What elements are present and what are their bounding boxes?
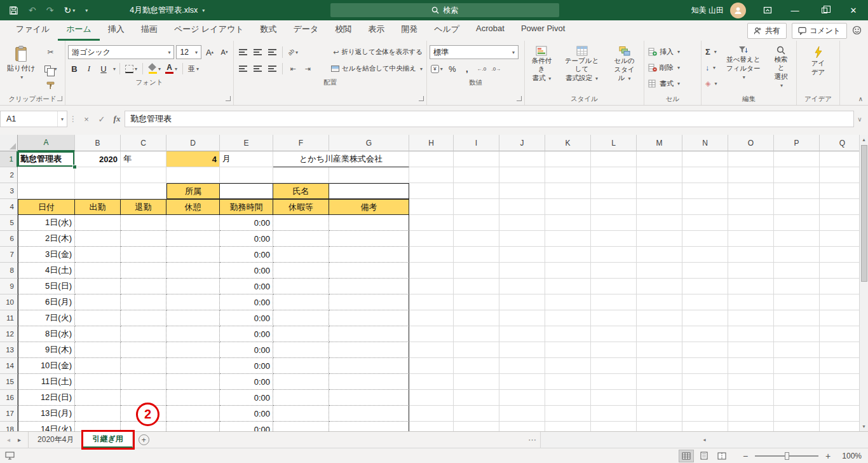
prev-sheet-arrow[interactable]: ◂ <box>7 436 10 443</box>
vertical-scroll-thumb[interactable] <box>861 145 867 282</box>
ribbon-tab-Acrobat[interactable]: Acrobat <box>468 19 513 41</box>
column-header-G[interactable]: G <box>329 135 409 151</box>
cell-G4[interactable]: 備考 <box>329 199 409 215</box>
cell-K13[interactable] <box>545 342 591 358</box>
conditional-formatting-button[interactable]: 条件付き 書式 ▾ <box>527 44 556 84</box>
cell-N15[interactable] <box>682 374 728 390</box>
column-header-N[interactable]: N <box>682 135 728 151</box>
column-header-Q[interactable]: Q <box>820 135 859 151</box>
vertical-scrollbar[interactable]: ▴ ▾ <box>859 135 868 431</box>
cell-I11[interactable] <box>454 310 499 326</box>
cell-F11[interactable] <box>273 310 329 326</box>
align-middle-button[interactable] <box>251 45 264 59</box>
cell-B18[interactable] <box>75 422 121 431</box>
name-box[interactable]: A1 ▾ <box>0 111 67 127</box>
cell-E13[interactable]: 0:00 <box>220 342 273 358</box>
cell-E16[interactable]: 0:00 <box>220 390 273 406</box>
row-header-5[interactable]: 5 <box>0 215 18 231</box>
cell-K9[interactable] <box>545 279 591 294</box>
document-title[interactable]: 4月勤怠管理表.xlsx▾ <box>130 5 205 16</box>
cell-O16[interactable] <box>728 390 774 406</box>
cell-F8[interactable] <box>273 263 329 279</box>
cell-H14[interactable] <box>409 358 454 374</box>
cell-B11[interactable] <box>75 310 121 326</box>
cell-L16[interactable] <box>591 390 637 406</box>
cell-J18[interactable] <box>499 422 545 431</box>
cell-E6[interactable]: 0:00 <box>220 231 273 247</box>
cell-P7[interactable] <box>774 247 820 263</box>
cut-button[interactable]: ✂ <box>43 45 58 59</box>
cell-G17[interactable] <box>329 406 409 422</box>
cell-A6[interactable]: 2日(木) <box>18 231 75 247</box>
cell-P17[interactable] <box>774 406 820 422</box>
cell-E12[interactable]: 0:00 <box>220 326 273 342</box>
underline-button[interactable]: U <box>97 62 110 76</box>
cell-E18[interactable]: 0:00 <box>220 422 273 431</box>
font-dialog-launcher[interactable] <box>226 96 231 101</box>
cell-K11[interactable] <box>545 310 591 326</box>
cell-C13[interactable] <box>121 342 166 358</box>
cell-A2[interactable] <box>18 167 75 183</box>
column-header-J[interactable]: J <box>499 135 545 151</box>
cell-F7[interactable] <box>273 247 329 263</box>
fill-button[interactable]: ↓▾ <box>704 60 718 76</box>
collapse-ribbon-button[interactable]: ∧ <box>858 95 863 102</box>
zoom-in-button[interactable]: + <box>824 451 832 461</box>
cell-H16[interactable] <box>409 390 454 406</box>
cell-F3[interactable]: 氏名 <box>273 183 329 199</box>
restore-button[interactable] <box>810 0 839 20</box>
cell-E11[interactable]: 0:00 <box>220 310 273 326</box>
cell-M9[interactable] <box>637 279 682 294</box>
increase-indent-button[interactable]: ⇥ <box>301 62 314 76</box>
cell-F9[interactable] <box>273 279 329 294</box>
horizontal-scrollbar[interactable]: ◂ ▸ <box>540 432 868 448</box>
cell-J3[interactable] <box>499 183 545 199</box>
format-cells-button[interactable]: 書式▾ <box>647 76 698 92</box>
cell-C2[interactable] <box>121 167 166 183</box>
accessibility-status-icon[interactable] <box>5 452 15 460</box>
merge-center-button[interactable]: セルを結合して中央揃え▾ <box>330 62 424 76</box>
cell-P10[interactable] <box>774 294 820 310</box>
ribbon-tab-ヘルプ[interactable]: ヘルプ <box>426 19 468 41</box>
cell-N13[interactable] <box>682 342 728 358</box>
cancel-entry-button[interactable]: × <box>79 111 94 127</box>
row-header-10[interactable]: 10 <box>0 294 18 310</box>
cell-M6[interactable] <box>637 231 682 247</box>
decrease-decimal-button[interactable]: .0→ <box>490 62 503 76</box>
cell-G6[interactable] <box>329 231 409 247</box>
cell-E8[interactable]: 0:00 <box>220 263 273 279</box>
cell-J12[interactable] <box>499 326 545 342</box>
customize-quick-access-button[interactable]: ▾ <box>85 8 88 13</box>
cell-Q7[interactable] <box>820 247 859 263</box>
cell-O8[interactable] <box>728 263 774 279</box>
cell-Q10[interactable] <box>820 294 859 310</box>
cell-J9[interactable] <box>499 279 545 294</box>
cell-J11[interactable] <box>499 310 545 326</box>
phonetic-guide-button[interactable]: 亜▾ <box>187 62 200 76</box>
ribbon-tab-描画[interactable]: 描画 <box>133 19 166 41</box>
cell-N7[interactable] <box>682 247 728 263</box>
cell-C15[interactable] <box>121 374 166 390</box>
align-bottom-button[interactable] <box>266 45 278 59</box>
cell-M15[interactable] <box>637 374 682 390</box>
cell-C1[interactable]: 年 <box>121 151 166 167</box>
row-header-14[interactable]: 14 <box>0 358 18 374</box>
cell-J8[interactable] <box>499 263 545 279</box>
cell-M2[interactable] <box>637 167 682 183</box>
cell-G15[interactable] <box>329 374 409 390</box>
copy-button[interactable]: ▾ <box>43 62 58 76</box>
cell-D11[interactable] <box>166 310 220 326</box>
cell-Q15[interactable] <box>820 374 859 390</box>
cell-M3[interactable] <box>637 183 682 199</box>
cell-H10[interactable] <box>409 294 454 310</box>
cell-B1[interactable]: 2020 <box>75 151 121 167</box>
next-sheet-arrow[interactable]: ▸ <box>18 436 21 443</box>
delete-cells-button[interactable]: 削除▾ <box>647 60 698 76</box>
cell-D17[interactable] <box>166 406 220 422</box>
column-header-O[interactable]: O <box>728 135 774 151</box>
cell-A1[interactable]: 勤怠管理表 <box>18 151 75 167</box>
cell-J17[interactable] <box>499 406 545 422</box>
cell-M16[interactable] <box>637 390 682 406</box>
cell-B5[interactable] <box>75 215 121 231</box>
orientation-button[interactable]: ab▾ <box>287 45 299 59</box>
